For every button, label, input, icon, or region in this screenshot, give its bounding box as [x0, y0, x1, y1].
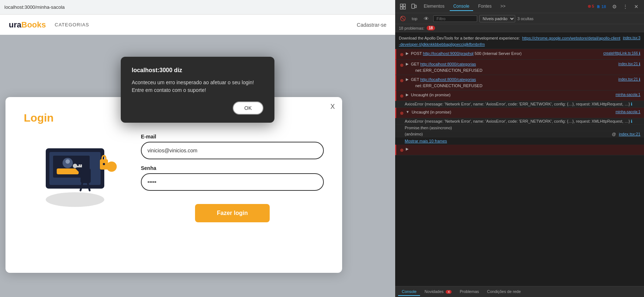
cadastrar-link[interactable]: Cadastrar-se — [357, 22, 386, 28]
get-cat-1-error: net::ERR_CONNECTION_REFUSED — [415, 68, 482, 73]
console-entry-post-graphql: ⊗ ▶ POST http://localhost:9000/graphql 5… — [395, 49, 644, 60]
svg-rect-20 — [403, 4, 405, 6]
post-graphql-link[interactable]: http://localhost:9000/graphql — [423, 51, 473, 56]
devtools-toolbar: Elementos Console Fontes >> ⊗ 5 🗎 18 ⚙ ⋮… — [395, 0, 644, 13]
svg-rect-21 — [400, 7, 402, 9]
tab-elementos[interactable]: Elementos — [420, 2, 448, 11]
svg-rect-23 — [415, 5, 416, 8]
svg-rect-22 — [412, 4, 415, 8]
novidades-badge: X — [446, 290, 452, 294]
problems-bar: 18 problemas: 18 — [395, 24, 644, 32]
top-icon[interactable]: top — [410, 14, 419, 23]
brand-suffix: Books — [21, 20, 46, 29]
bottom-tab-network[interactable]: Condições de rede — [483, 288, 524, 296]
tab-more[interactable]: >> — [497, 2, 509, 11]
expand-icon-1[interactable]: ▶ — [406, 51, 409, 56]
svg-rect-19 — [403, 7, 405, 9]
page-header: uraBooks CATEGORIAS Cadastrar-se — [0, 15, 395, 35]
svg-rect-18 — [400, 4, 402, 6]
alert-ok-button[interactable]: OK — [233, 101, 263, 115]
console-entry-expand: ⊗ ▶ — [395, 145, 644, 155]
expand-icon-3[interactable]: ▶ — [406, 77, 409, 82]
brand-logo: uraBooks — [9, 20, 46, 30]
axios-info-icon-1: ℹ — [631, 102, 632, 106]
uncaught-1-text: Uncaught (in promise) — [411, 92, 613, 98]
get-cat-2-file[interactable]: index.tsx:21 ℹ — [618, 77, 640, 82]
apollo-link[interactable]: https://chrome.google.com/webstore/detai… — [399, 36, 620, 47]
uncaught-1-expand: AxiosError {message: 'Network Error', na… — [395, 101, 644, 108]
console-entry-uncaught-1: ⊗ ▶ Uncaught (in promise) minha-sacola:1 — [395, 90, 644, 101]
uncaught-2-text: Uncaught (in promise) — [412, 109, 613, 115]
eye-icon[interactable]: 👁 — [422, 14, 431, 23]
get-cat-2-link[interactable]: http://localhost:8000/categorias — [420, 77, 476, 82]
alert-title: localhost:3000 diz — [132, 67, 263, 74]
error-icon-6: ⊗ — [400, 147, 404, 153]
devtools-panel: Elementos Console Fontes >> ⊗ 5 🗎 18 ⚙ ⋮… — [395, 0, 644, 297]
devtools-bottom-tabs: Console Novidades X Problemas Condições … — [395, 286, 644, 297]
alert-message: Aconteceu um erro inesperado ao afetuar … — [132, 79, 263, 94]
apollo-entry-text: Download the Apollo DevTools for a bette… — [399, 35, 621, 47]
console-entry-get-cat-1: ⊗ ▶ GET http://localhost:8000/categorias… — [395, 60, 644, 75]
device-icon[interactable] — [409, 2, 419, 11]
bottom-tab-problemas[interactable]: Problemas — [456, 288, 483, 296]
close-devtools-button[interactable]: ✕ — [632, 2, 641, 11]
main-content-area: localhost:3000/minha-sacola uraBooks CAT… — [0, 0, 395, 297]
error-icon-4: ⊗ — [400, 93, 404, 99]
devtools-subtoolbar: 🚫 top 👁 Níveis padrão 3 ocultas — [395, 13, 644, 24]
top-label: top — [412, 16, 417, 21]
settings-icon[interactable]: ⚙ — [610, 2, 619, 11]
warning-count-badge: 🗎 18 — [596, 4, 606, 9]
console-entry-uncaught-2: ⊗ ▼ Uncaught (in promise) minha-sacola:1 — [395, 108, 644, 118]
error-icon-1: ⊗ — [400, 51, 404, 58]
log-level-select[interactable]: Níveis padrão — [479, 15, 515, 22]
apollo-file[interactable]: index.tsx:3 — [623, 35, 640, 41]
inspect-icon[interactable] — [398, 2, 408, 11]
alert-overlay: localhost:3000 diz Aconteceu um erro ine… — [0, 35, 395, 297]
problems-count-badge: 18 — [427, 26, 435, 30]
uncaught-1-file[interactable]: minha-sacola:1 — [615, 92, 640, 97]
uncaught-1-detail: AxiosError {message: 'Network Error', na… — [405, 102, 632, 106]
get-cat-1-link[interactable]: http://localhost:8000/categorias — [420, 62, 476, 66]
bottom-tab-novidades[interactable]: Novidades X — [421, 288, 455, 296]
tab-fontes[interactable]: Fontes — [475, 2, 495, 11]
url-bar: localhost:3000/minha-sacola — [0, 0, 395, 15]
console-filter-input[interactable] — [433, 15, 477, 22]
post-graphql-text: POST http://localhost:9000/graphql 500 (… — [411, 51, 601, 57]
show-more-link[interactable]: Mostrar mais 10 frames — [395, 137, 644, 145]
expand-icon-6[interactable]: ▶ — [406, 146, 409, 152]
expand-icon-4[interactable]: ▶ — [406, 92, 409, 97]
uncaught-2-file[interactable]: minha-sacola:1 — [615, 109, 640, 115]
error-count-badge: ⊗ 5 — [588, 4, 594, 9]
more-icon[interactable]: ⋮ — [621, 2, 630, 11]
get-cat-2-error: net::ERR_CONNECTION_REFUSED — [415, 83, 482, 88]
uncaught-2-detail-3: (anônimo) @ index.tsx:21 — [395, 131, 644, 137]
anonimo-file-area: @ index.tsx:21 — [612, 132, 640, 136]
uncaught-2-detail-2: Promise.then (assíncrono) — [395, 125, 644, 131]
at-label: @ — [612, 132, 616, 136]
brand-prefix: ura — [9, 20, 21, 29]
expand-icon-2[interactable]: ▶ — [406, 61, 409, 67]
expand-icon-5[interactable]: ▼ — [406, 109, 409, 115]
error-icon-5: ⊗ — [400, 110, 404, 116]
console-entry-get-cat-2: ⊗ ▶ GET http://localhost:8000/categorias… — [395, 75, 644, 90]
anonimo-label: (anônimo) — [405, 132, 423, 136]
problems-label: 18 problemas: — [399, 26, 424, 30]
show-more-text[interactable]: Mostrar mais 10 frames — [395, 137, 644, 145]
alert-dialog: localhost:3000 diz Aconteceu um erro ine… — [121, 57, 274, 123]
error-icon-2: ⊗ — [400, 62, 404, 68]
hidden-count: 3 ocultas — [517, 16, 533, 21]
get-cat-2-text: GET http://localhost:8000/categorias net… — [411, 77, 616, 89]
get-cat-1-file[interactable]: index.tsx:21 ℹ — [618, 61, 640, 67]
post-graphql-file[interactable]: createHttpLink.ts:166 ℹ — [603, 51, 640, 56]
clear-console-icon[interactable]: 🚫 — [398, 14, 408, 23]
bottom-tab-console[interactable]: Console — [398, 288, 420, 296]
error-icon-3: ⊗ — [400, 77, 404, 84]
get-cat-1-text: GET http://localhost:8000/categorias net… — [411, 61, 616, 73]
nav-categorias[interactable]: CATEGORIAS — [55, 22, 89, 27]
console-output: Download the Apollo DevTools for a bette… — [395, 32, 644, 286]
axios-info-icon-2: ℹ — [631, 119, 632, 123]
console-entry-apollo: Download the Apollo DevTools for a bette… — [395, 34, 644, 49]
anonimo-file-link[interactable]: index.tsx:21 — [619, 132, 640, 136]
tab-console[interactable]: Console — [450, 2, 473, 11]
page-background: Minha saco X Login — [0, 35, 395, 297]
